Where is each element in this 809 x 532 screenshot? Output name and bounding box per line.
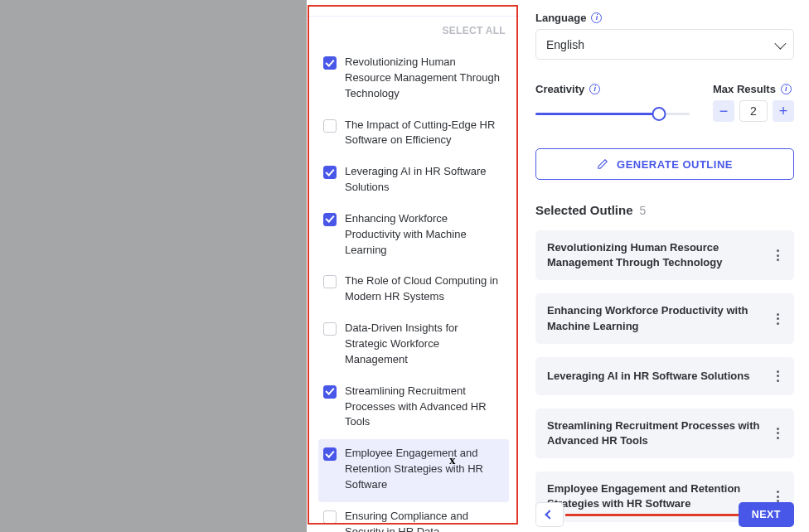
kebab-icon[interactable]	[773, 246, 782, 264]
outline-item[interactable]: Streamlining Recruitment Processes with …	[535, 409, 794, 458]
stepper-plus[interactable]: +	[773, 100, 794, 122]
info-icon[interactable]: i	[591, 12, 602, 23]
info-icon[interactable]: i	[589, 84, 600, 94]
annotation-frame	[308, 5, 518, 525]
outline-item[interactable]: Revolutionizing Human Resource Managemen…	[535, 230, 794, 280]
creativity-slider[interactable]	[535, 107, 690, 122]
creativity-label: Creativity i	[535, 83, 690, 95]
language-select[interactable]: English	[535, 29, 794, 60]
kebab-icon[interactable]	[773, 424, 782, 443]
stepper-value[interactable]: 2	[739, 100, 768, 122]
kebab-icon[interactable]	[773, 310, 782, 328]
language-label: Language i	[535, 12, 794, 24]
editor-canvas	[0, 0, 307, 532]
chevron-down-icon	[774, 37, 786, 49]
kebab-icon[interactable]	[773, 367, 782, 385]
back-button[interactable]	[535, 502, 564, 527]
outline-item-label: Enhancing Workforce Productivity with Ma…	[547, 303, 763, 333]
topics-panel: SELECT ALL Revolutionizing Human Resourc…	[307, 0, 521, 532]
max-results-label: Max Results i	[713, 83, 794, 95]
generate-outline-button[interactable]: GENERATE OUTLINE	[535, 148, 794, 180]
language-value: English	[546, 38, 584, 51]
next-button[interactable]: NEXT	[739, 502, 794, 527]
info-icon[interactable]: i	[781, 84, 792, 94]
selected-outline-header: Selected Outline 5	[535, 203, 794, 217]
pencil-icon	[597, 158, 608, 170]
outline-item[interactable]: Leveraging AI in HR Software Solutions	[535, 357, 794, 395]
outline-item-label: Leveraging AI in HR Software Solutions	[547, 369, 749, 384]
outline-item-label: Revolutionizing Human Resource Managemen…	[547, 240, 763, 270]
chevron-left-icon	[545, 510, 554, 519]
outline-item-label: Streamlining Recruitment Processes with …	[547, 418, 763, 448]
settings-panel: Language i English Creativity i	[521, 0, 809, 532]
max-results-stepper: − 2 +	[713, 100, 794, 122]
outline-item[interactable]: Enhancing Workforce Productivity with Ma…	[535, 293, 794, 343]
stepper-minus[interactable]: −	[713, 100, 734, 122]
